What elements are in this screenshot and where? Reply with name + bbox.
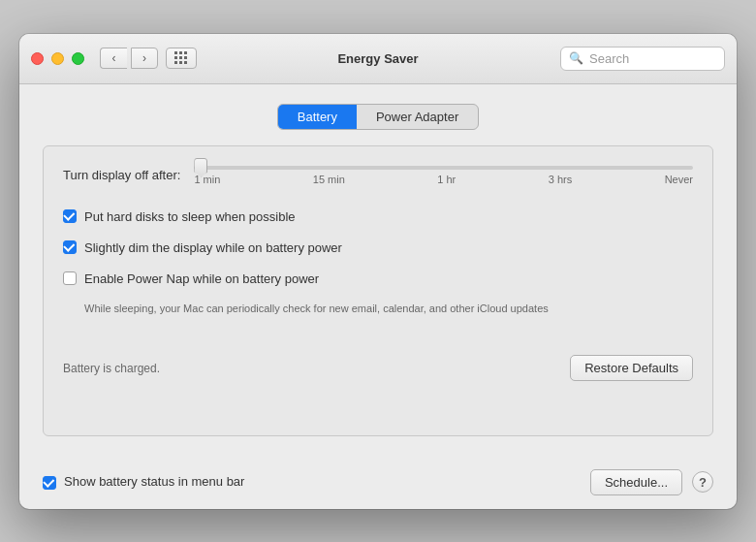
display-sleep-slider[interactable] bbox=[194, 166, 693, 170]
slider-tick-labels: 1 min 15 min 1 hr 3 hrs Never bbox=[194, 174, 693, 185]
tab-bar: Battery Power Adapter bbox=[43, 104, 713, 130]
search-input[interactable] bbox=[589, 51, 716, 66]
forward-button[interactable]: › bbox=[131, 48, 158, 69]
tab-group: Battery Power Adapter bbox=[277, 104, 479, 130]
battery-status-text: Battery is charged. bbox=[63, 362, 160, 375]
tick-label-3hrs: 3 hrs bbox=[549, 174, 572, 185]
forward-icon: › bbox=[142, 51, 146, 65]
show-battery-label: Show battery status in menu bar bbox=[64, 473, 244, 491]
checkbox-group-power-nap: Enable Power Nap while on battery power … bbox=[63, 271, 693, 317]
search-icon: 🔍 bbox=[569, 51, 583, 65]
main-window: ‹ › Energy Saver 🔍 Battery Power Adapter bbox=[19, 34, 737, 509]
back-button[interactable]: ‹ bbox=[100, 48, 127, 69]
checkboxes-group: Put hard disks to sleep when possible Sl… bbox=[63, 208, 693, 317]
tab-power-adapter[interactable]: Power Adapter bbox=[357, 105, 478, 129]
checkbox-dim-display[interactable] bbox=[63, 240, 77, 254]
content-area: Battery Power Adapter Turn display off a… bbox=[19, 84, 737, 456]
checkbox-row-hard-disks: Put hard disks to sleep when possible bbox=[63, 208, 693, 226]
minimize-button[interactable] bbox=[51, 52, 64, 65]
checkbox-row-dim-display: Slightly dim the display while on batter… bbox=[63, 239, 693, 257]
nav-buttons: ‹ › bbox=[100, 48, 158, 69]
tick-label-15min: 15 min bbox=[313, 174, 345, 185]
checkbox-power-nap[interactable] bbox=[63, 271, 77, 285]
grid-icon bbox=[174, 51, 188, 65]
search-bar: 🔍 bbox=[560, 47, 725, 71]
slider-container: 1 min 15 min 1 hr 3 hrs Never bbox=[194, 166, 693, 185]
traffic-lights bbox=[31, 52, 84, 65]
show-battery-row: Show battery status in menu bar bbox=[43, 473, 244, 491]
titlebar: ‹ › Energy Saver 🔍 bbox=[19, 34, 737, 84]
settings-panel: Turn display off after: 1 min 15 min 1 h… bbox=[43, 145, 713, 436]
power-nap-sublabel: While sleeping, your Mac can periodicall… bbox=[84, 302, 693, 316]
panel-footer: Battery is charged. Restore Defaults bbox=[63, 355, 693, 381]
schedule-button[interactable]: Schedule... bbox=[590, 469, 682, 495]
checkbox-label-power-nap: Enable Power Nap while on battery power bbox=[84, 271, 319, 288]
grid-button[interactable] bbox=[166, 48, 197, 69]
maximize-button[interactable] bbox=[72, 52, 84, 65]
help-button[interactable]: ? bbox=[692, 471, 713, 493]
footer-right: Schedule... ? bbox=[590, 469, 713, 495]
checkbox-show-battery[interactable] bbox=[43, 476, 56, 490]
back-icon: ‹ bbox=[112, 51, 116, 65]
checkbox-label-hard-disks: Put hard disks to sleep when possible bbox=[84, 208, 296, 226]
checkbox-hard-disks[interactable] bbox=[63, 209, 77, 223]
checkbox-row-power-nap: Enable Power Nap while on battery power bbox=[63, 271, 693, 288]
window-footer: Show battery status in menu bar Schedule… bbox=[19, 456, 737, 509]
window-title: Energy Saver bbox=[337, 51, 418, 66]
tick-label-never: Never bbox=[665, 174, 693, 185]
checkbox-label-dim-display: Slightly dim the display while on batter… bbox=[84, 239, 342, 257]
restore-defaults-button[interactable]: Restore Defaults bbox=[570, 355, 693, 381]
close-button[interactable] bbox=[31, 52, 44, 65]
tab-battery[interactable]: Battery bbox=[278, 105, 357, 129]
tick-label-1hr: 1 hr bbox=[437, 174, 456, 185]
slider-label: Turn display off after: bbox=[63, 168, 180, 182]
slider-row: Turn display off after: 1 min 15 min 1 h… bbox=[63, 166, 693, 185]
